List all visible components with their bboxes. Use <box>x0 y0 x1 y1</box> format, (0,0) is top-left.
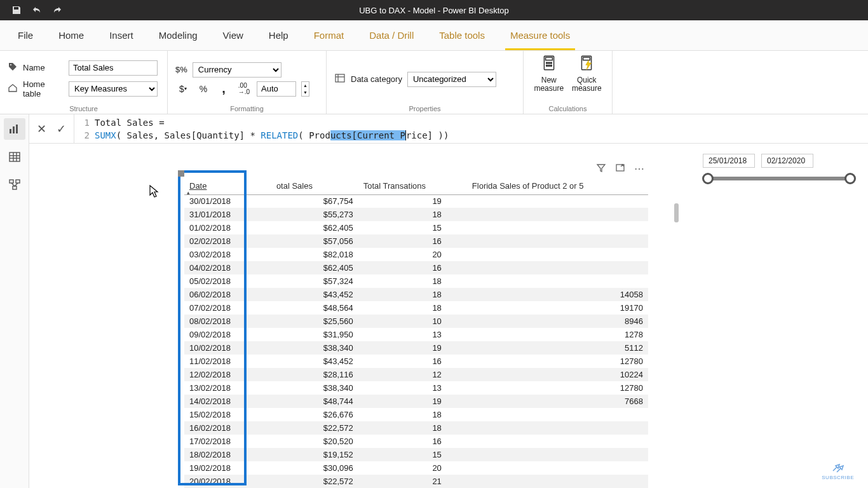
col-header-florida-sales[interactable]: Florida Sales of Product 2 or 5 <box>467 178 648 194</box>
col-header-total-sales[interactable]: otal Sales <box>271 178 358 194</box>
tab-data-drill[interactable]: Data / Drill <box>356 20 426 50</box>
tab-insert[interactable]: Insert <box>97 20 146 50</box>
quick-measure-icon <box>578 55 595 75</box>
table-row[interactable]: 18/02/2018$19,15215 <box>184 448 648 461</box>
table-scrollbar[interactable] <box>674 182 680 488</box>
table-row[interactable]: 16/02/2018$22,57218 <box>184 421 648 435</box>
svg-rect-0 <box>336 74 344 82</box>
slicer-track[interactable] <box>708 177 850 180</box>
group-label-formatting: Formatting <box>175 104 318 112</box>
view-rail <box>0 114 29 488</box>
visual-header: ⋯ <box>596 163 644 173</box>
table-row[interactable]: 05/02/2018$57,32418 <box>184 274 648 288</box>
data-table-visual[interactable]: Date otal Sales Total Transations Florid… <box>184 178 648 488</box>
tab-file[interactable]: File <box>5 20 46 50</box>
quick-measure-button[interactable]: Quick measure <box>569 55 605 93</box>
table-row[interactable]: 19/02/2018$30,09620 <box>184 461 648 475</box>
col-header-total-transactions[interactable]: Total Transations <box>358 178 467 194</box>
window-title: UBG to DAX - Model - Power BI Desktop <box>359 6 509 15</box>
tab-help[interactable]: Help <box>256 20 301 50</box>
category-icon <box>334 72 346 86</box>
table-row[interactable]: 04/02/2018$62,40516 <box>184 261 648 274</box>
focus-mode-icon[interactable] <box>615 163 625 173</box>
col-header-date[interactable]: Date <box>184 178 271 194</box>
commit-formula-button[interactable]: ✓ <box>57 122 66 136</box>
group-label-structure: Structure <box>8 104 159 112</box>
percent-button[interactable]: % <box>196 81 211 97</box>
model-view-button[interactable] <box>4 174 25 196</box>
tab-home[interactable]: Home <box>46 20 97 50</box>
currency-button[interactable]: $ ▾ <box>175 81 191 97</box>
table-row[interactable]: 11/02/2018$43,4521612780 <box>184 355 648 368</box>
redo-icon[interactable] <box>52 5 62 15</box>
table-row[interactable]: 20/02/2018$22,57221 <box>184 475 648 488</box>
cancel-formula-button[interactable]: ✕ <box>37 122 46 136</box>
table-row[interactable]: 07/02/2018$48,5641819170 <box>184 301 648 315</box>
svg-line-24 <box>11 183 15 186</box>
table-row[interactable]: 01/02/2018$62,40515 <box>184 221 648 234</box>
group-label-properties: Properties <box>334 104 515 112</box>
slicer-handle-end[interactable] <box>844 173 856 184</box>
table-row[interactable]: 02/02/2018$57,05616 <box>184 234 648 248</box>
data-view-button[interactable] <box>4 146 25 168</box>
home-icon <box>8 83 18 95</box>
svg-rect-4 <box>545 57 552 60</box>
tab-format[interactable]: Format <box>301 20 357 50</box>
formula-editor[interactable]: 1Total Sales = 2SUMX( Sales, Sales[Quant… <box>74 114 868 143</box>
home-table-select[interactable]: Key Measures <box>69 81 158 97</box>
table-row[interactable]: 31/01/2018$55,27318 <box>184 208 648 221</box>
slicer-handle-start[interactable] <box>702 173 714 184</box>
tab-modeling[interactable]: Modeling <box>146 20 210 50</box>
table-row[interactable]: 10/02/2018$38,340195112 <box>184 341 648 355</box>
svg-line-25 <box>15 183 18 186</box>
svg-point-9 <box>548 65 550 66</box>
new-measure-button[interactable]: New measure <box>531 55 567 93</box>
table-row[interactable]: 08/02/2018$25,560108946 <box>184 315 648 328</box>
report-canvas[interactable]: ⋯ Date otal Sales Total Transations Flor… <box>29 144 868 488</box>
undo-icon[interactable] <box>32 5 42 15</box>
cursor-icon <box>149 184 160 201</box>
svg-rect-12 <box>583 57 590 60</box>
svg-point-7 <box>550 62 552 64</box>
tab-table-tools[interactable]: Table tools <box>426 20 498 50</box>
decimals-input[interactable] <box>257 81 296 97</box>
data-category-label: Data category <box>351 74 402 84</box>
table-row[interactable]: 15/02/2018$26,67618 <box>184 408 648 421</box>
table-row[interactable]: 30/01/2018$67,75419 <box>184 194 648 208</box>
table-row[interactable]: 03/02/2018$82,01820 <box>184 248 648 261</box>
data-category-select[interactable]: Uncategorized <box>407 72 496 87</box>
decimal-button[interactable]: .00→.0 <box>236 81 252 97</box>
ribbon-tabs: File Home Insert Modeling View Help Form… <box>0 20 868 51</box>
svg-point-5 <box>546 62 547 64</box>
more-options-icon[interactable]: ⋯ <box>634 163 644 173</box>
date-slicer[interactable]: 25/01/2018 02/12/2020 <box>703 154 855 187</box>
svg-point-6 <box>548 62 550 64</box>
slicer-start-date[interactable]: 25/01/2018 <box>703 154 755 168</box>
table-row[interactable]: 09/02/2018$31,950131278 <box>184 328 648 341</box>
table-row[interactable]: 13/02/2018$38,3401312780 <box>184 381 648 395</box>
calculator-icon <box>541 55 557 75</box>
format-select[interactable]: Currency <box>193 62 281 78</box>
group-label-calculations: Calculations <box>531 104 604 112</box>
filter-icon[interactable] <box>596 163 606 173</box>
measure-name-input[interactable] <box>69 60 158 76</box>
svg-rect-14 <box>13 126 15 133</box>
svg-rect-23 <box>13 186 17 189</box>
table-row[interactable]: 14/02/2018$48,744197668 <box>184 395 648 408</box>
svg-point-8 <box>546 65 547 66</box>
report-view-button[interactable] <box>4 118 25 140</box>
svg-rect-16 <box>10 152 20 161</box>
save-icon[interactable] <box>11 5 22 15</box>
table-row[interactable]: 17/02/2018$20,52016 <box>184 435 648 448</box>
table-row[interactable]: 12/02/2018$28,1161210224 <box>184 368 648 381</box>
thousands-button[interactable]: , <box>216 81 231 97</box>
format-icon: $% <box>175 65 187 74</box>
svg-rect-22 <box>16 180 20 183</box>
table-row[interactable]: 06/02/2018$43,4521814058 <box>184 288 648 301</box>
decimals-stepper[interactable]: ▲▼ <box>301 81 309 97</box>
tab-measure-tools[interactable]: Measure tools <box>498 20 583 50</box>
title-bar: UBG to DAX - Model - Power BI Desktop <box>0 0 868 20</box>
ribbon: Name Home table Key Measures Structure $… <box>0 51 868 114</box>
tab-view[interactable]: View <box>210 20 256 50</box>
slicer-end-date[interactable]: 02/12/2020 <box>761 154 813 168</box>
